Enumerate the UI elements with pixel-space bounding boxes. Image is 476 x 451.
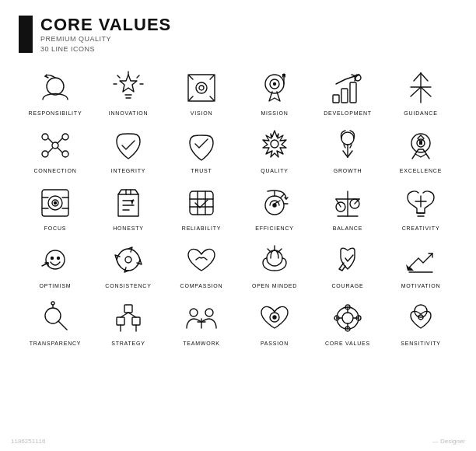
icon-strategy: STRATEGY bbox=[92, 295, 165, 349]
svg-line-11 bbox=[188, 96, 193, 101]
icon-trust: TRUST bbox=[165, 122, 238, 177]
main-title: CORE VALUES bbox=[40, 16, 171, 34]
svg-point-94 bbox=[342, 313, 353, 323]
icon-honesty: HONESTY bbox=[92, 180, 165, 234]
subtitle: PREMIUM QUALITY 30 LINE ICONS bbox=[40, 34, 171, 54]
watermark: — Designer bbox=[432, 438, 465, 445]
svg-line-55 bbox=[281, 194, 284, 198]
icon-excellence: EXCELLENCE bbox=[384, 122, 457, 177]
svg-line-3 bbox=[117, 75, 120, 78]
svg-point-44 bbox=[54, 202, 57, 205]
icon-integrity: INTEGRITY bbox=[92, 122, 165, 177]
svg-line-31 bbox=[58, 148, 62, 152]
svg-point-81 bbox=[51, 302, 54, 305]
svg-line-77 bbox=[268, 249, 271, 252]
svg-point-73 bbox=[125, 257, 131, 263]
svg-point-15 bbox=[274, 83, 276, 86]
icon-motivation: MOTIVATION bbox=[384, 237, 457, 292]
svg-line-36 bbox=[348, 151, 352, 157]
title-block: CORE VALUES PREMIUM QUALITY 30 LINE ICON… bbox=[40, 16, 171, 54]
svg-rect-82 bbox=[124, 305, 132, 313]
icon-efficiency: EFFICIENCY bbox=[238, 180, 311, 234]
svg-rect-84 bbox=[132, 317, 140, 325]
svg-rect-17 bbox=[333, 95, 339, 103]
svg-line-29 bbox=[58, 138, 62, 143]
svg-point-26 bbox=[42, 151, 48, 157]
accent-bar bbox=[19, 16, 33, 53]
svg-point-70 bbox=[46, 250, 65, 269]
icons-grid: RESPONSIBILITY INNOVATION VISION MISSION bbox=[19, 65, 457, 349]
svg-point-27 bbox=[62, 151, 68, 157]
svg-rect-52 bbox=[190, 191, 213, 215]
icon-open-minded: OPEN MINDED bbox=[238, 237, 311, 292]
svg-point-74 bbox=[267, 250, 282, 266]
svg-line-85 bbox=[121, 313, 128, 317]
svg-point-92 bbox=[273, 316, 276, 319]
svg-line-35 bbox=[343, 151, 348, 157]
icon-reliability: RELIABILITY bbox=[165, 180, 238, 234]
icon-development: DEVELOPMENT bbox=[311, 65, 384, 119]
svg-line-28 bbox=[48, 138, 53, 143]
header: CORE VALUES PREMIUM QUALITY 30 LINE ICON… bbox=[19, 16, 457, 54]
svg-rect-18 bbox=[341, 89, 348, 103]
svg-point-0 bbox=[47, 78, 64, 95]
icon-sensitivity: SENSITIVITY bbox=[384, 295, 457, 349]
icon-balance: BALANCE bbox=[311, 180, 384, 234]
svg-line-10 bbox=[210, 75, 215, 79]
svg-line-38 bbox=[412, 154, 415, 159]
svg-point-8 bbox=[199, 86, 204, 90]
icon-optimism: OPTIMISM bbox=[19, 237, 92, 292]
svg-line-76 bbox=[278, 249, 282, 252]
icon-core-values: CORE VALUES bbox=[311, 295, 384, 349]
svg-line-86 bbox=[128, 313, 136, 317]
icon-innovation: INNOVATION bbox=[92, 65, 165, 119]
icon-focus: FOCUS bbox=[19, 180, 92, 234]
svg-point-71 bbox=[51, 257, 54, 260]
icon-guidance: GUIDANCE bbox=[384, 65, 457, 119]
icon-consistency: CONSISTENCY bbox=[92, 237, 165, 292]
icon-courage: COURAGE bbox=[311, 237, 384, 292]
svg-point-25 bbox=[62, 134, 68, 140]
svg-point-33 bbox=[341, 132, 354, 145]
svg-point-72 bbox=[58, 257, 60, 260]
icon-quality: QUALITY bbox=[238, 122, 311, 177]
svg-point-90 bbox=[205, 309, 213, 316]
page: CORE VALUES PREMIUM QUALITY 30 LINE ICON… bbox=[0, 0, 476, 451]
icon-vision: VISION bbox=[165, 65, 238, 119]
icon-transparency: TRANSPARENCY bbox=[19, 295, 92, 349]
svg-point-89 bbox=[190, 309, 198, 316]
icon-responsibility: RESPONSIBILITY bbox=[19, 65, 92, 119]
icon-mission: MISSION bbox=[238, 65, 311, 119]
icon-passion: PASSION bbox=[238, 295, 311, 349]
svg-line-39 bbox=[426, 154, 429, 159]
svg-point-32 bbox=[271, 140, 278, 148]
icon-growth: GROWTH bbox=[311, 122, 384, 177]
svg-line-30 bbox=[48, 148, 53, 152]
icon-teamwork: TEAMWORK bbox=[165, 295, 238, 349]
svg-rect-19 bbox=[350, 82, 356, 103]
svg-line-2 bbox=[137, 75, 139, 78]
svg-line-9 bbox=[188, 75, 193, 79]
icon-compassion: COMPASSION bbox=[165, 237, 238, 292]
icon-connection: CONNECTION bbox=[19, 122, 92, 177]
svg-point-24 bbox=[42, 134, 48, 140]
image-id: 1186251116 bbox=[11, 438, 46, 445]
svg-rect-83 bbox=[117, 317, 124, 325]
svg-point-7 bbox=[196, 82, 207, 93]
svg-line-12 bbox=[210, 96, 215, 101]
svg-line-79 bbox=[58, 321, 67, 330]
icon-creativity: CREATIVITY bbox=[384, 180, 457, 234]
